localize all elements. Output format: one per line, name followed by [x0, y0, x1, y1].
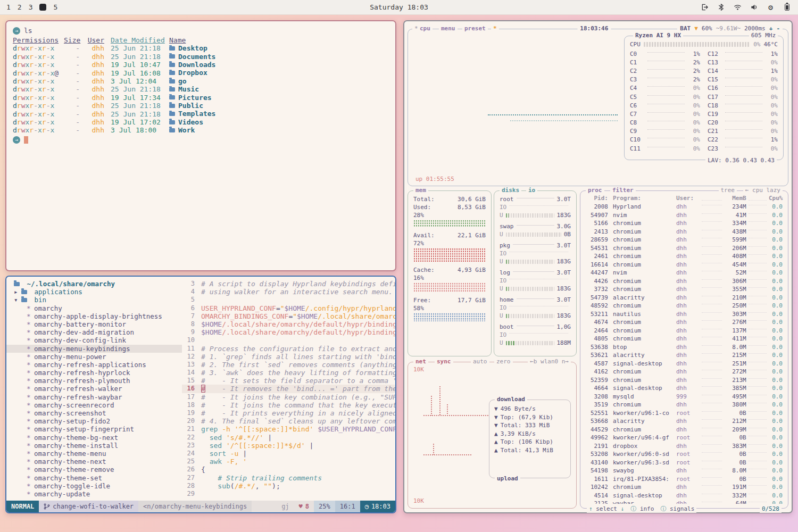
process-row[interactable]: 3732chromiumdhh355M0.0 — [586, 285, 783, 294]
process-row[interactable]: 4587signal-desktopdhh251M0.0 — [586, 360, 783, 368]
process-row[interactable]: 54198swaybgdhh8.0M0.0 — [586, 467, 783, 475]
code-editor[interactable]: 3# A script to display Hyprland keybindi… — [182, 280, 395, 501]
prompt-line-current[interactable]: → — [13, 136, 389, 144]
select-action[interactable]: ↑ select ↓ — [589, 505, 624, 513]
process-row[interactable]: 5166chromiumdhh334M0.0 — [586, 219, 783, 228]
tree-item[interactable]: ▾ bin — [6, 296, 182, 304]
wifi-icon[interactable] — [733, 3, 742, 12]
net-option-auto[interactable]: auto — [471, 358, 489, 365]
process-row[interactable]: 4426chromiumdhh306M0.0 — [586, 277, 783, 286]
process-row[interactable]: 4162chromiumdhh272M0.0 — [586, 368, 783, 376]
process-row[interactable]: 54739alacrittydhh210M0.0 — [586, 294, 783, 302]
signals-action[interactable]: ⓘ signals — [660, 505, 694, 513]
process-row[interactable]: 4514signal-desktopdhh332M0.0 — [586, 492, 783, 500]
process-row[interactable]: 2125waybardhh64M0.0 — [586, 500, 783, 504]
process-row[interactable]: 10242chromiumdhh191M0.0 — [586, 483, 783, 492]
tree-item[interactable]: *omarchy — [6, 304, 182, 312]
tree-item[interactable]: *omarchy-theme-install — [6, 442, 182, 450]
tree-item[interactable]: *omarchy-theme-set — [6, 474, 182, 482]
tab-sync[interactable]: sync — [435, 358, 453, 365]
tree-item[interactable]: *omarchy-theme-remove — [6, 466, 182, 473]
tree-item[interactable]: ▸ applications — [6, 288, 182, 296]
process-row[interactable]: 16614chromiumdhh454M0.0 — [586, 261, 783, 269]
workspace-3[interactable]: 3 — [29, 3, 33, 11]
tree-root[interactable]: ~/.local/share/omarchy — [6, 280, 182, 288]
process-row[interactable]: 52551kworker/u96:1-coroot0B0.0 — [586, 409, 783, 418]
tree-item[interactable]: *omarchy-theme-menu — [6, 450, 182, 458]
process-row[interactable]: 1611irq/81-PIXA3854:root0B0.0 — [586, 475, 783, 484]
tree-item[interactable]: *omarchy-toggle-idle — [6, 482, 182, 490]
tab-net[interactable]: net — [413, 358, 428, 365]
tree-item[interactable]: *omarchy-apple-display-brightness — [6, 312, 182, 320]
tree-item-selected[interactable]: *omarchy-menu-keybindings — [6, 345, 182, 353]
net-interface-selector[interactable]: ←b wlan0 n→ — [528, 358, 571, 365]
tree-item[interactable]: *omarchy-theme-next — [6, 458, 182, 466]
tree-item[interactable]: *omarchy-setup-fido2 — [6, 417, 182, 425]
process-row[interactable]: 2461chromiumdhh408M0.0 — [586, 252, 783, 261]
column-memb[interactable]: MemB — [724, 194, 746, 202]
process-row[interactable]: 2008Hyprlanddhh234M0.0 — [586, 203, 783, 211]
column-program[interactable]: Program: — [608, 194, 676, 202]
tab-io[interactable]: io — [526, 186, 537, 194]
process-row[interactable]: 54907nvimdhh41M0.0 — [586, 211, 783, 220]
process-row[interactable]: 3519chromiumdhh380M0.0 — [586, 401, 783, 409]
process-row[interactable]: 2413chromiumdhh438M0.0 — [586, 228, 783, 236]
editor-window[interactable]: ~/.local/share/omarchy▸ applications▾ bi… — [5, 276, 396, 513]
process-row[interactable]: 53208kworker/u96:0-sdroot0B0.0 — [586, 450, 783, 459]
process-row[interactable]: 2464chromiumdhh137M0.0 — [586, 327, 783, 335]
process-row[interactable]: 4805chromiumdhh411M0.0 — [586, 335, 783, 343]
process-row[interactable]: 43140kworker/u96:3-sdroot0B0.0 — [586, 459, 783, 467]
tab-filter[interactable]: filter — [610, 186, 636, 194]
tree-item[interactable]: *omarchy-menu-power — [6, 353, 182, 361]
process-row[interactable]: 4674chromiumdhh276M0.0 — [586, 318, 783, 327]
tree-item[interactable]: *omarchy-refresh-plymouth — [6, 377, 182, 385]
tab-cpu[interactable]: cpu — [418, 24, 433, 32]
process-row[interactable]: 28659chromiumdhh599M0.0 — [586, 236, 783, 244]
process-row[interactable]: 53638btopdhh8.0M0.0 — [586, 343, 783, 352]
process-row[interactable]: 3208mysqld999495M0.0 — [586, 393, 783, 401]
column-pid[interactable]: Pid: — [586, 194, 608, 202]
logout-icon[interactable] — [700, 3, 709, 12]
process-row[interactable]: 53621alacrittydhh215M0.0 — [586, 351, 783, 360]
process-row[interactable]: 2191dropboxdhh383M0.0 — [586, 442, 783, 451]
tab-disks[interactable]: disks — [500, 186, 521, 194]
info-action[interactable]: ⓘ info — [630, 505, 654, 513]
workspace-1[interactable]: 1 — [6, 3, 11, 11]
tab-preset[interactable]: preset — [462, 24, 488, 32]
column-user[interactable]: User: — [676, 194, 700, 202]
process-row[interactable]: 4664signal-desktopdhh385M0.0 — [586, 384, 783, 393]
tree-item[interactable]: *omarchy-battery-monitor — [6, 320, 182, 328]
tree-item[interactable]: *omarchy-setup-fingerprint — [6, 425, 182, 433]
column-cpu[interactable]: Cpu% — [769, 194, 783, 202]
tree-item[interactable]: *omarchy-refresh-applications — [6, 361, 182, 369]
process-row[interactable]: 44529chromiumdhh209M0.0 — [586, 426, 783, 434]
bluetooth-icon[interactable] — [717, 3, 726, 12]
btop-window[interactable]: * cpu menu preset * 18:03:46 BAT ▼ 60% ~… — [403, 20, 793, 513]
process-row[interactable]: 48592chromiumdhh250M0.0 — [586, 302, 783, 310]
tree-item[interactable]: *omarchy-update — [6, 490, 182, 498]
tab-menu[interactable]: menu — [439, 24, 458, 32]
tree-item[interactable]: *omarchy-screenshot — [6, 409, 182, 417]
tree-item[interactable]: *omarchy-dev-add-migration — [6, 328, 182, 336]
process-row[interactable]: 53211nautilusdhh303M0.0 — [586, 310, 783, 319]
net-option-zero[interactable]: zero — [494, 358, 513, 365]
terminal-window[interactable]: → ls PermissionsSizeUserDate ModifiedNam… — [5, 20, 396, 271]
process-row[interactable]: 52359chromiumdhh213M0.0 — [586, 376, 783, 385]
workspace-2[interactable]: 2 — [18, 3, 22, 11]
tab-proc[interactable]: proc — [586, 186, 604, 194]
battery-icon[interactable] — [783, 3, 792, 12]
settings-gear-icon[interactable]: ⚙ — [766, 3, 775, 12]
tab-mem[interactable]: mem — [413, 186, 428, 194]
process-row[interactable]: 44247nvimdhh52M0.0 — [586, 269, 783, 277]
process-row[interactable]: 49962kworker/u96:4-gfroot0B0.0 — [586, 434, 783, 442]
tree-item[interactable]: *omarchy-dev-config-link — [6, 336, 182, 344]
workspace-5[interactable]: 5 — [53, 3, 57, 11]
file-tree[interactable]: ~/.local/share/omarchy▸ applications▾ bi… — [6, 280, 182, 501]
tree-item[interactable]: *omarchy-refresh-hyprlock — [6, 369, 182, 377]
tree-item[interactable]: *omarchy-theme-bg-next — [6, 434, 182, 442]
tree-item[interactable]: *omarchy-refresh-walker — [6, 385, 182, 393]
tree-item[interactable]: *omarchy-screenrecord — [6, 401, 182, 409]
volume-icon[interactable] — [750, 3, 759, 12]
tree-item[interactable]: *omarchy-refresh-waybar — [6, 393, 182, 401]
workspace-active-indicator[interactable] — [39, 4, 46, 11]
